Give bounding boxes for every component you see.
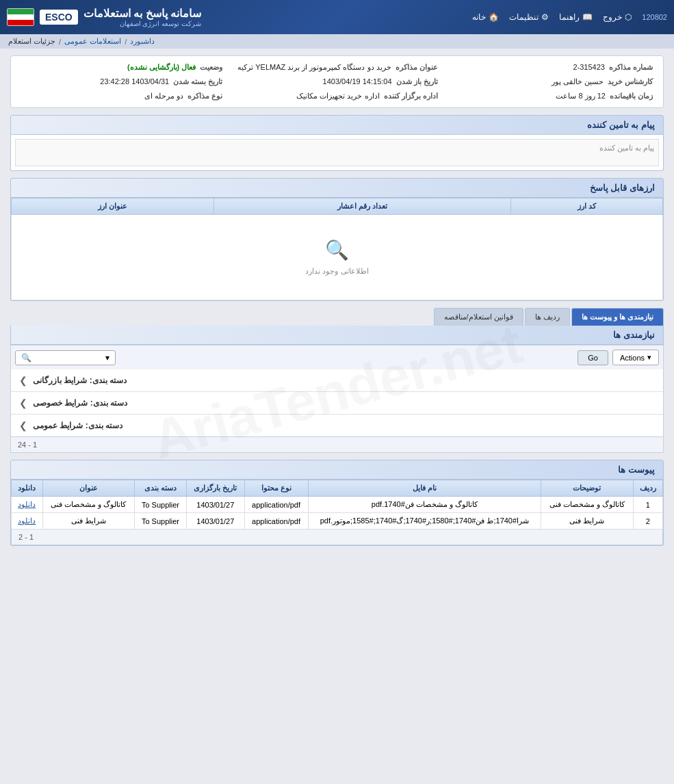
negotiation-title-row: عنوان مذاکره خرید دو دستگاه کمپرموتور از… bbox=[236, 63, 437, 72]
currency-section: ارزهای قابل پاسخ کد ارز تعداد رقم اعشار … bbox=[10, 178, 664, 301]
close-date-label: تاریخ بسته شدن bbox=[173, 77, 222, 86]
chevron-right-icon-general: ❯ bbox=[19, 420, 27, 431]
tab-rules[interactable]: قوانین استعلام/مناقصه bbox=[434, 308, 523, 326]
category-commercial-label: دسته بندی: شرایط بازرگانی bbox=[33, 376, 127, 385]
tabs-container: نیازمندی ها و پیوست ها ردیف ها قوانین اس… bbox=[10, 308, 664, 326]
requirements-toolbar: ▾ Actions Go ▾ 🔍 bbox=[10, 345, 664, 369]
close-date-value: 1403/04/31 23:42:28 bbox=[100, 77, 169, 86]
status-value: فعال (بارگشایی نشده) bbox=[127, 63, 196, 72]
flag-icon bbox=[7, 8, 34, 26]
breadcrumb-home[interactable]: داشبورد bbox=[130, 37, 155, 46]
requirements-section: نیازمندی ها ▾ Actions Go ▾ 🔍 دسته بندی: … bbox=[10, 326, 664, 453]
top-navigation: 120802 ⬡ خروج 📖 راهنما ⚙ تنظیمات 🏠 خانه … bbox=[0, 0, 674, 34]
message-input[interactable]: پیام به تامین کننده bbox=[15, 139, 659, 166]
category-row-general[interactable]: دسته بندی: شرایط عمومی ❯ bbox=[11, 415, 663, 436]
breadcrumb-sep-1: / bbox=[125, 38, 127, 46]
chevron-right-icon-private: ❯ bbox=[19, 397, 27, 408]
row2-download: دانلود bbox=[12, 513, 43, 530]
organizer-value: اداره خرید تجهیزات مکانیک bbox=[296, 92, 379, 101]
purchase-expert-value: حسین خالقی پور bbox=[552, 77, 604, 86]
breadcrumb-current: جزئیات استعلام bbox=[8, 37, 55, 46]
sub-brand: شرکت توسعه انرژی اصفهان bbox=[83, 20, 201, 27]
col-filename: نام فایل bbox=[308, 480, 541, 497]
open-date-label: تاریخ باز شدن bbox=[396, 77, 438, 86]
nav-settings[interactable]: ⚙ تنظیمات bbox=[509, 12, 549, 22]
col-upload-date: تاریخ بارگزاری bbox=[187, 480, 245, 497]
status-label: وضعیت bbox=[200, 63, 222, 72]
nav-home[interactable]: 🏠 خانه bbox=[472, 12, 499, 22]
breadcrumb: داشبورد / استعلامات عمومی / جزئیات استعل… bbox=[0, 34, 674, 49]
organizer-row: اداره برگزار کننده اداره خرید تجهیزات مک… bbox=[236, 92, 437, 101]
open-date-value: 14:15:04 1403/04/19 bbox=[323, 77, 392, 86]
nav-exit[interactable]: ⬡ خروج bbox=[603, 12, 632, 22]
category-general-label: دسته بندی: شرایط عمومی bbox=[33, 421, 122, 430]
remaining-time-row: زمان باقیمانده 12 روز 8 ساعت bbox=[452, 92, 653, 101]
attachments-header: پیوست ها bbox=[10, 460, 664, 480]
col-download: دانلود bbox=[12, 480, 43, 497]
requirements-search[interactable]: ▾ 🔍 bbox=[15, 350, 116, 365]
go-button[interactable]: Go bbox=[578, 350, 608, 365]
logo-area: سامانه پاسخ به استعلامات شرکت توسعه انرژ… bbox=[7, 7, 201, 27]
download-link-2[interactable]: دانلود bbox=[18, 517, 36, 525]
book-icon: 📖 bbox=[582, 12, 593, 22]
negotiation-title-label: عنوان مذاکره bbox=[396, 63, 438, 72]
col-description: توضیحات bbox=[541, 480, 633, 497]
breadcrumb-sep-2: / bbox=[59, 38, 61, 46]
table-row: 1 کاتالوگ و مشخصات فنی کاتالوگ و مشخصات … bbox=[12, 497, 663, 513]
user-id: 120802 bbox=[642, 13, 667, 21]
tab-requirements-attachments[interactable]: نیازمندی ها و پیوست ها bbox=[571, 308, 664, 326]
col-index: ردیف bbox=[633, 480, 662, 497]
row2-upload-date: 1403/01/27 bbox=[187, 513, 245, 530]
row2-index: 2 bbox=[633, 513, 662, 530]
negotiation-number-value: 2-315423 bbox=[573, 63, 605, 71]
status-row: وضعیت فعال (بارگشایی نشده) bbox=[21, 63, 222, 72]
organizer-label: اداره برگزار کننده bbox=[384, 92, 438, 101]
message-section: پیام به تامین کننده پیام به تامین کننده bbox=[10, 115, 664, 171]
actions-button[interactable]: ▾ Actions bbox=[612, 350, 659, 365]
currency-table: کد ارز تعداد رقم اعشار عنوان ارز 🔍 اطلاع… bbox=[11, 198, 663, 300]
row1-index: 1 bbox=[633, 497, 662, 513]
empty-message: اطلاعاتی وجود ندارد bbox=[305, 267, 368, 275]
table-row: 2 شرایط فنی شرا#1740;ط فن#1740;#1580;ر#1… bbox=[12, 513, 663, 530]
close-date-row: تاریخ بسته شدن 1403/04/31 23:42:28 bbox=[21, 77, 222, 86]
row1-download: دانلود bbox=[12, 497, 43, 513]
open-date-row: تاریخ باز شدن 14:15:04 1403/04/19 bbox=[236, 77, 437, 86]
exit-icon: ⬡ bbox=[625, 12, 632, 22]
message-section-header: پیام به تامین کننده bbox=[10, 115, 664, 135]
search-icon: 🔍 bbox=[21, 353, 31, 363]
tab-rows[interactable]: ردیف ها bbox=[525, 308, 570, 326]
purchase-expert-label: کارشناس خرید bbox=[608, 77, 653, 86]
remaining-time-label: زمان باقیمانده bbox=[610, 92, 653, 101]
requirements-body: ▾ Actions Go ▾ 🔍 دسته بندی: شرایط بازرگا… bbox=[10, 345, 664, 453]
row1-filename: کاتالوگ و مشخصات فن#1740.pdf bbox=[308, 497, 541, 513]
negotiation-type-row: نوع مذاکره دو مرحله ای bbox=[21, 92, 222, 101]
negotiation-type-label: نوع مذاکره bbox=[187, 92, 222, 101]
row2-description: شرایط فنی bbox=[541, 513, 633, 530]
requirements-pagination: 1 - 24 bbox=[10, 437, 664, 453]
col-category: دسته بندی bbox=[134, 480, 186, 497]
chevron-down-icon-search: ▾ bbox=[105, 353, 109, 363]
tabs-bar: نیازمندی ها و پیوست ها ردیف ها قوانین اس… bbox=[10, 308, 664, 326]
empty-search-icon: 🔍 bbox=[39, 239, 635, 261]
nav-guide[interactable]: 📖 راهنما bbox=[559, 12, 593, 22]
attachments-table: ردیف توضیحات نام فایل نوع محتوا تاریخ با… bbox=[11, 480, 663, 530]
remaining-time-value: 12 روز 8 ساعت bbox=[556, 92, 606, 101]
purchase-expert-row: کارشناس خرید حسین خالقی پور bbox=[452, 77, 653, 86]
info-card: شماره مذاکره 2-315423 عنوان مذاکره خرید … bbox=[10, 55, 664, 108]
col-currency-title: عنوان ارز bbox=[12, 198, 214, 215]
col-currency-code: کد ارز bbox=[511, 198, 663, 215]
requirements-search-input[interactable] bbox=[34, 354, 103, 362]
col-title: عنوان bbox=[42, 480, 134, 497]
row1-title: کاتالوگ و مشخصات فنی bbox=[42, 497, 134, 513]
row1-content-type: application/pdf bbox=[244, 497, 308, 513]
row1-description: کاتالوگ و مشخصات فنی bbox=[541, 497, 633, 513]
category-row-private[interactable]: دسته بندی: شرایط خصوصی ❯ bbox=[11, 392, 663, 415]
row2-content-type: application/pdf bbox=[244, 513, 308, 530]
negotiation-type-value: دو مرحله ای bbox=[144, 92, 183, 101]
category-row-commercial[interactable]: دسته بندی: شرایط بازرگانی ❯ bbox=[11, 369, 663, 392]
breadcrumb-inquiries[interactable]: استعلامات عمومی bbox=[64, 37, 121, 46]
category-list: دسته بندی: شرایط بازرگانی ❯ دسته بندی: ش… bbox=[10, 369, 664, 437]
currency-empty-state: 🔍 اطلاعاتی وجود ندارد bbox=[12, 215, 663, 300]
row2-title: شرایط فنی bbox=[42, 513, 134, 530]
download-link-1[interactable]: دانلود bbox=[18, 500, 36, 508]
